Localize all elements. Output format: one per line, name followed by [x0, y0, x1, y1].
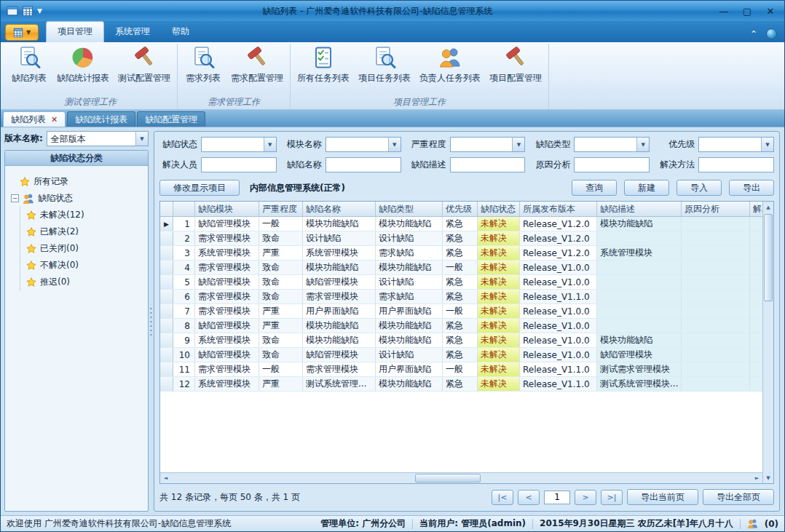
grid-cell[interactable]	[682, 348, 750, 362]
grid-cell[interactable]	[597, 290, 682, 303]
version-combobox[interactable]: 全部版本 ▼	[47, 131, 149, 146]
grid-cell[interactable]: 需求管理模块	[195, 231, 259, 245]
grid-cell[interactable]	[750, 319, 762, 333]
grid-cell[interactable]: 设计缺陷	[376, 348, 443, 362]
grid-cell[interactable]: Release_V1.0.0	[520, 275, 597, 289]
grid-cell[interactable]	[750, 290, 762, 303]
grid-cell[interactable]: 未解决	[478, 333, 520, 347]
grid-cell[interactable]: 一般	[443, 362, 478, 376]
grid-cell[interactable]: 未解决	[478, 217, 520, 231]
all-tasks-button[interactable]: 所有任务列表	[293, 44, 354, 87]
vertical-scrollbar[interactable]: ▲ ▼	[762, 202, 773, 483]
grid-cell[interactable]	[682, 246, 750, 260]
doc-tab-defect-report[interactable]: 缺陷统计报表	[67, 111, 135, 127]
grid-cell[interactable]: 致命	[259, 333, 303, 347]
grid-cell[interactable]: 需求管理模块	[195, 290, 259, 303]
grid-cell[interactable]: Release_V1.1.0	[520, 290, 597, 303]
grid-cell[interactable]: 致命	[259, 290, 303, 303]
grid-cell[interactable]: 用户界面缺陷	[303, 304, 376, 318]
grid-cell[interactable]: 致命	[259, 275, 303, 289]
grid-cell[interactable]	[682, 261, 750, 274]
scroll-up-icon[interactable]: ▲	[763, 202, 774, 213]
horizontal-scroll-thumb[interactable]	[415, 474, 481, 483]
grid-cell[interactable]	[682, 231, 750, 245]
requirement-config-button[interactable]: 需求配置管理	[226, 44, 288, 87]
grid-cell[interactable]	[682, 290, 750, 303]
ribbon-tab-system[interactable]: 系统管理	[104, 22, 161, 42]
tree-item-closed[interactable]: 已关闭(0)	[26, 240, 143, 257]
tree-item-unresolved[interactable]: 未解决(12)	[26, 207, 143, 223]
grid-cell[interactable]	[750, 217, 762, 231]
column-header[interactable]: 缺陷状态	[478, 202, 520, 216]
filter-defect-type-combo[interactable]: ▼	[574, 137, 650, 152]
collapse-ribbon-icon[interactable]: ⌃	[747, 29, 760, 39]
grid-cell[interactable]: 致命	[259, 231, 303, 245]
grid-cell[interactable]: 紧急	[443, 377, 478, 391]
grid-cell[interactable]: 缺陷管理模块	[303, 275, 376, 289]
grid-cell[interactable]	[682, 275, 750, 289]
grid-cell[interactable]	[682, 319, 750, 333]
close-button[interactable]: ✕	[760, 4, 781, 19]
grid-cell[interactable]: 未解决	[478, 261, 520, 274]
grid-cell[interactable]: 未解决	[478, 231, 520, 245]
column-header[interactable]: 缺陷描述	[597, 202, 682, 216]
filter-cause-analysis-input[interactable]	[574, 157, 650, 172]
tree-item-defect-status[interactable]: − 缺陷状态	[9, 190, 143, 207]
grid-cell[interactable]	[682, 362, 750, 376]
grid-cell[interactable]: 需求管理模块	[303, 290, 376, 303]
grid-cell[interactable]	[750, 333, 762, 347]
export-current-page-button[interactable]: 导出当前页	[627, 489, 698, 505]
filter-defect-status-combo[interactable]: ▼	[201, 137, 277, 152]
grid-cell[interactable]: 模块功能缺陷	[376, 319, 443, 333]
table-row[interactable]: 7需求管理模块严重用户界面缺陷用户界面缺陷一般未解决Release_V1.0.0	[160, 304, 762, 319]
grid-cell[interactable]: 缺陷管理模块	[303, 348, 376, 362]
first-page-button[interactable]: |<	[492, 490, 513, 505]
grid-cell[interactable]: 缺陷管理模块	[597, 348, 682, 362]
modify-display-button[interactable]: 修改显示项目	[159, 180, 240, 196]
grid-cell[interactable]: Release_V1.0.0	[520, 348, 597, 362]
next-page-button[interactable]: >	[575, 490, 596, 505]
doc-tab-defect-config[interactable]: 缺陷配置管理	[137, 111, 205, 127]
grid-cell[interactable]	[682, 304, 750, 318]
tree-item-resolved[interactable]: 已解决(2)	[26, 223, 143, 240]
skin-style-icon[interactable]	[766, 28, 777, 39]
project-config-button[interactable]: 项目配置管理	[485, 44, 546, 87]
doc-tab-defect-list[interactable]: 缺陷列表 ✕	[3, 111, 66, 127]
grid-cell[interactable]: 紧急	[443, 217, 478, 231]
table-row[interactable]: 6需求管理模块致命需求管理模块需求缺陷紧急未解决Release_V1.1.0	[160, 290, 762, 304]
table-row[interactable]: 11需求管理模块一般需求管理模块用户界面缺陷一般未解决Release_V1.1.…	[160, 362, 762, 377]
grid-cell[interactable]: 模块功能缺陷	[376, 333, 443, 347]
online-users-icon[interactable]	[747, 518, 758, 529]
grid-cell[interactable]: 系统管理模块	[195, 246, 259, 260]
grid-cell[interactable]: 未解决	[478, 290, 520, 303]
column-header[interactable]: 原因分析	[682, 202, 750, 216]
prev-page-button[interactable]: <	[518, 490, 540, 505]
table-row[interactable]: 4需求管理模块致命模块功能缺陷模块功能缺陷一般未解决Release_V1.0.0	[160, 261, 762, 275]
ribbon-tab-project[interactable]: 项目管理	[46, 21, 104, 42]
grid-cell[interactable]: 未解决	[478, 246, 520, 260]
page-number-input[interactable]	[544, 491, 570, 504]
column-header[interactable]: 缺陷名称	[303, 202, 376, 216]
grid-cell[interactable]: 模块功能缺陷	[303, 261, 376, 274]
grid-cell[interactable]: 系统管理模块	[303, 246, 376, 260]
filter-severity-combo[interactable]: ▼	[450, 137, 526, 152]
grid-cell[interactable]	[597, 261, 682, 274]
grid-cell[interactable]: 紧急	[443, 290, 478, 303]
export-all-pages-button[interactable]: 导出全部页	[703, 489, 774, 505]
filter-priority-combo[interactable]: ▼	[698, 137, 774, 152]
grid-cell[interactable]: 用户界面缺陷	[376, 304, 443, 318]
grid-cell[interactable]	[750, 362, 762, 376]
grid-cell[interactable]	[597, 319, 682, 333]
grid-cell[interactable]: 紧急	[443, 319, 478, 333]
filter-module-name-combo[interactable]: ▼	[326, 137, 401, 152]
grid-cell[interactable]: 需求缺陷	[376, 246, 443, 260]
defect-list-button[interactable]: 缺陷列表	[6, 44, 52, 87]
grid-cell[interactable]: 未解决	[478, 362, 520, 376]
grid-cell[interactable]: 模块功能缺陷	[376, 377, 443, 391]
scroll-right-icon[interactable]: ►	[752, 473, 762, 484]
tree-item-wont-fix[interactable]: 不解决(0)	[26, 257, 143, 274]
grid-cell[interactable]: Release_V1.2.0	[520, 231, 597, 245]
ribbon-tab-help[interactable]: 帮助	[161, 22, 200, 42]
grid-cell[interactable]: 模块功能缺陷	[597, 217, 682, 231]
grid-cell[interactable]: Release_V1.2.0	[520, 246, 597, 260]
